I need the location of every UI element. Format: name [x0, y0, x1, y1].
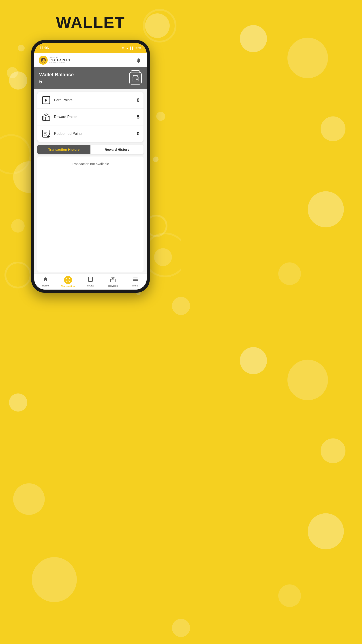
reward-points-item: Reward Points 5 [37, 109, 143, 126]
logo-mascot: 🧑 [39, 56, 48, 64]
network-bars-icon: ▌▌ [130, 46, 134, 50]
nav-label-transaction: Transaction [61, 285, 75, 288]
phone-frame: 11:06 ⊞ ▲ ▌▌ 37% 🧑 WIGWAN PLY EXPERT WIG… [31, 40, 150, 293]
status-bar: 11:06 ⊞ ▲ ▌▌ 37% [34, 43, 147, 53]
redeemed-points-value: 0 [137, 131, 139, 137]
svg-text:P: P [45, 98, 47, 102]
signal-icon: ⊞ [122, 46, 124, 50]
content-area: Transaction not available [37, 156, 143, 272]
earn-points-icon: P [41, 96, 51, 105]
rewards-icon [110, 276, 116, 284]
wifi-icon: ▲ [126, 46, 129, 50]
app-header: 🧑 WIGWAN PLY EXPERT WIGWAM PLY EXPERT [34, 53, 147, 67]
logo-sub-text: WIGWAM PLY EXPERT [50, 62, 71, 64]
tab-reward-history[interactable]: Reward History [90, 145, 143, 154]
svg-rect-15 [44, 117, 46, 120]
transaction-circle [64, 276, 72, 284]
nav-label-menu: Menu [132, 284, 139, 287]
earn-points-value: 0 [137, 97, 139, 103]
earn-points-item: P Earn Points 0 [37, 92, 143, 109]
nav-label-rewards: Rewards [108, 284, 118, 287]
home-icon [43, 276, 48, 283]
nav-item-invoice[interactable]: Invoice [79, 276, 102, 287]
svg-rect-27 [110, 279, 115, 282]
bell-button[interactable] [135, 56, 142, 64]
wallet-icon-box [129, 72, 142, 84]
nav-label-invoice: Invoice [87, 284, 94, 287]
redeemed-points-label: Redeemed Points [54, 132, 137, 136]
page-title: WALLET [56, 14, 125, 32]
status-time: 11:06 [40, 46, 49, 50]
points-list: P Earn Points 0 [37, 92, 143, 142]
wallet-balance-left: Wallet Balance 5 [39, 72, 74, 85]
earn-points-label: Earn Points [54, 98, 137, 102]
reward-points-label: Reward Points [54, 115, 137, 119]
reward-points-icon [41, 112, 51, 122]
page-title-underline [43, 33, 137, 33]
empty-message: Transaction not available [72, 162, 109, 166]
status-icons: ⊞ ▲ ▌▌ 37% [122, 46, 141, 50]
bottom-nav: Home Transaction [34, 274, 147, 290]
nav-item-home[interactable]: Home [34, 276, 57, 287]
nav-item-menu[interactable]: Menu [124, 276, 147, 287]
wallet-balance-amount: 5 [39, 78, 74, 85]
battery-icon: 37% [135, 46, 141, 50]
logo-brand-text: PLY EXPERT [50, 58, 71, 62]
logo-area: 🧑 WIGWAN PLY EXPERT WIGWAM PLY EXPERT [39, 56, 71, 64]
invoice-icon [88, 276, 93, 283]
menu-icon [133, 276, 138, 283]
redeemed-points-icon [41, 129, 51, 138]
phone-screen: 11:06 ⊞ ▲ ▌▌ 37% 🧑 WIGWAN PLY EXPERT WIG… [34, 43, 147, 290]
reward-points-value: 5 [137, 114, 139, 120]
svg-rect-23 [88, 277, 92, 282]
wallet-balance-section: Wallet Balance 5 [34, 67, 147, 89]
svg-rect-0 [132, 77, 139, 81]
svg-point-1 [136, 78, 138, 80]
tabs-container: Transaction History Reward History [37, 145, 143, 154]
nav-label-home: Home [42, 284, 49, 287]
nav-item-rewards[interactable]: Rewards [102, 276, 124, 287]
wallet-balance-title: Wallet Balance [39, 72, 74, 78]
nav-item-transaction[interactable]: Transaction [57, 276, 79, 288]
tab-transaction-history[interactable]: Transaction History [37, 145, 90, 154]
redeemed-points-item: Redeemed Points 0 [37, 126, 143, 142]
